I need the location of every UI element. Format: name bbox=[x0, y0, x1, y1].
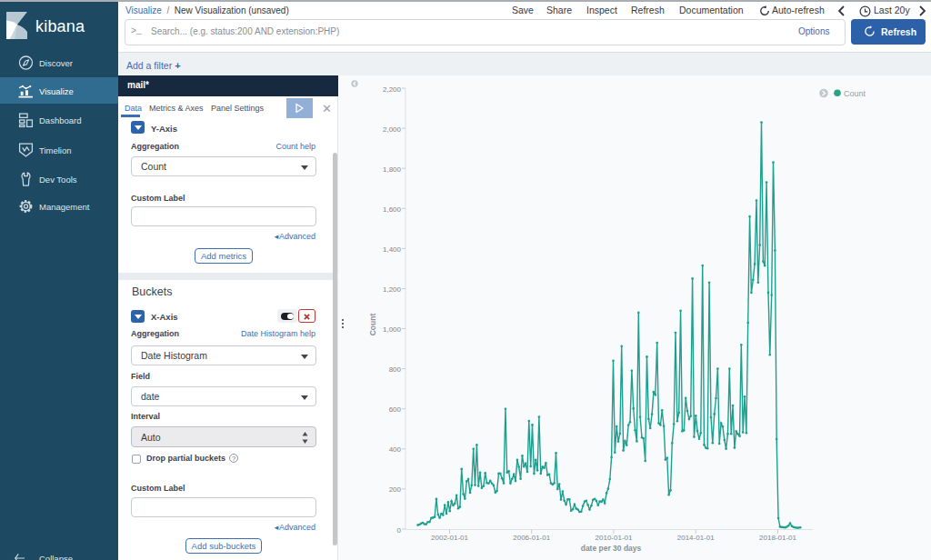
svg-text:date per 30 days: date per 30 days bbox=[581, 544, 642, 553]
svg-text:200: 200 bbox=[389, 485, 402, 494]
svg-text:Count: Count bbox=[844, 89, 866, 98]
svg-text:0: 0 bbox=[397, 526, 402, 535]
svg-text:1,000: 1,000 bbox=[383, 325, 402, 334]
svg-text:1,200: 1,200 bbox=[383, 285, 402, 294]
svg-text:1,600: 1,600 bbox=[383, 205, 402, 214]
svg-text:2014-01-01: 2014-01-01 bbox=[677, 534, 715, 542]
svg-text:2018-01-01: 2018-01-01 bbox=[759, 534, 796, 542]
svg-text:1,800: 1,800 bbox=[383, 165, 402, 174]
svg-text:600: 600 bbox=[389, 405, 402, 414]
svg-text:2002-01-01: 2002-01-01 bbox=[431, 534, 468, 542]
svg-text:400: 400 bbox=[389, 445, 402, 454]
svg-text:1,400: 1,400 bbox=[383, 245, 402, 254]
svg-text:2,000: 2,000 bbox=[383, 125, 402, 134]
svg-text:800: 800 bbox=[389, 365, 402, 374]
svg-text:2,200: 2,200 bbox=[383, 85, 402, 94]
svg-text:Count: Count bbox=[368, 314, 377, 336]
svg-text:2010-01-01: 2010-01-01 bbox=[596, 534, 633, 542]
svg-text:2006-01-01: 2006-01-01 bbox=[513, 534, 550, 542]
